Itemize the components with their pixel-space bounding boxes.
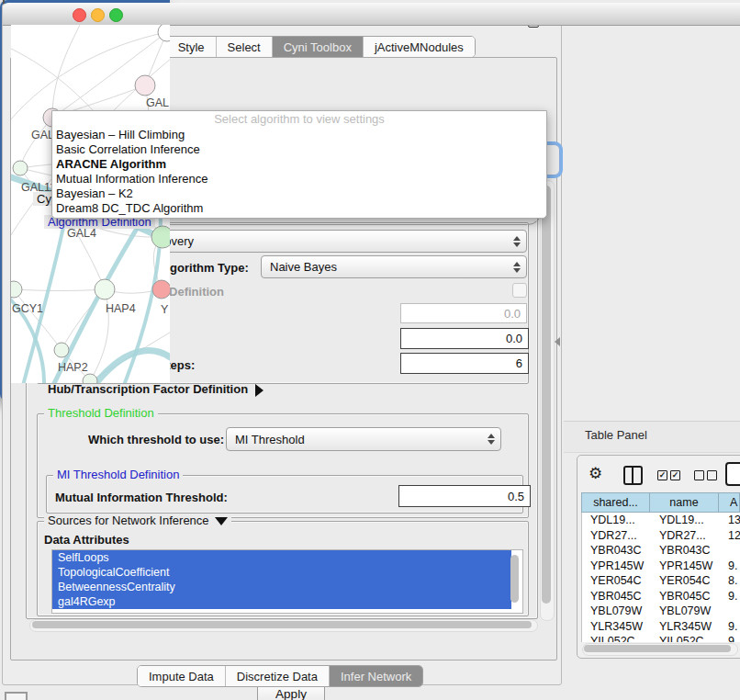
table-horizontal-scrollbar-thumb[interactable]: [584, 645, 731, 652]
tab-jactivemnodules[interactable]: jActiveMNodules: [364, 37, 475, 57]
network-node[interactable]: [54, 343, 69, 357]
table-cell[interactable]: 9.: [720, 635, 740, 642]
table-cell[interactable]: YDL19...: [582, 514, 651, 526]
table-row[interactable]: YLR345WYLR345W9.: [582, 619, 740, 635]
network-node[interactable]: [13, 161, 28, 175]
table-cell[interactable]: YBR045C: [651, 590, 720, 603]
stepper-arrows-icon: [512, 262, 521, 273]
table-cell[interactable]: YLR345W: [582, 620, 651, 633]
table-cell[interactable]: 9.: [720, 559, 740, 572]
hub-section-toggle[interactable]: Hub/Transcription Factor Definition: [48, 382, 263, 397]
settings-vertical-scrollbar-thumb[interactable]: [542, 186, 551, 604]
sources-toggle[interactable]: Sources for Network Inference: [44, 514, 231, 527]
attributes-list-scrollbar-thumb[interactable]: [510, 555, 519, 603]
network-window-titlebar[interactable]: [3, 3, 740, 26]
tab-infer-network[interactable]: Infer Network: [330, 666, 422, 686]
table-cell[interactable]: YER054C: [651, 574, 720, 587]
select-all-icon[interactable]: ✓: [657, 470, 667, 480]
table-cell[interactable]: YPR145W: [651, 559, 720, 572]
table-cell[interactable]: 9.: [720, 590, 740, 603]
which-threshold-combo[interactable]: MI Threshold: [226, 427, 501, 451]
dropdown-item[interactable]: Bayesian – Hill Climbing: [52, 128, 546, 142]
tab-discretize-data[interactable]: Discretize Data: [226, 666, 330, 686]
attribute-list-item[interactable]: SelfLoops: [52, 550, 511, 565]
table-cell[interactable]: YBR043C: [582, 544, 651, 557]
table-row[interactable]: YBR045CYBR045C9.: [582, 589, 740, 604]
table-cell[interactable]: YBR045C: [582, 590, 651, 603]
tab-impute-data[interactable]: Impute Data: [138, 666, 226, 686]
attribute-list-item[interactable]: gal4RGexp: [52, 594, 511, 609]
minimized-panel-button[interactable]: [5, 692, 28, 700]
mi-steps-field[interactable]: 6: [400, 353, 529, 374]
table-row[interactable]: YER054CYER054C8.: [582, 573, 740, 589]
table-cell[interactable]: YPR145W: [582, 559, 651, 572]
dropdown-item[interactable]: Basic Correlation Inference: [52, 142, 546, 157]
mi-threshold-field[interactable]: 0.5: [398, 485, 531, 507]
table-cell[interactable]: YDR27...: [582, 529, 651, 542]
split-columns-icon[interactable]: [623, 466, 643, 485]
function-icon[interactable]: [725, 462, 740, 486]
table-cell[interactable]: YIL052C: [651, 635, 720, 642]
table-cell[interactable]: 13: [720, 514, 740, 526]
network-node[interactable]: [151, 226, 170, 248]
close-button[interactable]: [73, 8, 86, 22]
mi-type-combo[interactable]: Naive Bayes: [261, 255, 527, 278]
tab-cyni-toolbox[interactable]: Cyni Toolbox: [273, 37, 364, 57]
column-header-partial[interactable]: A: [719, 492, 740, 513]
minimize-button[interactable]: [91, 8, 105, 22]
tab-style[interactable]: Style: [167, 37, 217, 57]
table-cell[interactable]: YDR27...: [651, 529, 720, 542]
network-node[interactable]: [152, 280, 170, 299]
table-cell[interactable]: YIL052C: [582, 635, 651, 642]
table-row[interactable]: YDR27...YDR27...12: [582, 528, 740, 544]
expanded-arrow-icon: [215, 517, 228, 525]
column-header-shared-name[interactable]: shared...: [581, 492, 650, 513]
dpi-tolerance-field[interactable]: 0.0: [400, 328, 529, 349]
apply-label: Apply: [275, 687, 307, 700]
table-row[interactable]: YDL19...YDL19...13: [582, 513, 740, 528]
table-cell[interactable]: 12: [720, 529, 740, 542]
column-header-name[interactable]: name: [650, 492, 719, 513]
table-cell[interactable]: YBR043C: [651, 544, 720, 557]
splitter-collapse-arrow[interactable]: [555, 337, 560, 346]
table-header-row: shared... name A: [581, 492, 740, 513]
network-node[interactable]: [158, 25, 170, 41]
attribute-list-item[interactable]: TopologicalCoefficient: [52, 565, 511, 580]
select-all-icon[interactable]: ✓: [670, 470, 680, 480]
dropdown-item[interactable]: Mutual Information Inference: [52, 172, 546, 186]
aracne-mode-combo[interactable]: Discovery: [132, 230, 527, 253]
dropdown-items: Bayesian – Hill ClimbingBasic Correlatio…: [52, 128, 546, 216]
cyni-mode-tabbar: Impute Data Discretize Data Infer Networ…: [137, 665, 423, 687]
table-cell[interactable]: YER054C: [582, 574, 651, 587]
table-cell[interactable]: YLR345W: [651, 620, 720, 633]
which-threshold-label: Which threshold to use:: [88, 433, 224, 446]
table-row[interactable]: YPR145WYPR145W9.: [582, 559, 740, 574]
tab-label: Select: [228, 40, 261, 54]
table-row[interactable]: YBL079WYBL079W: [582, 604, 740, 619]
table-cell[interactable]: YBL079W: [651, 604, 720, 617]
tab-select[interactable]: Select: [217, 37, 273, 57]
network-node[interactable]: [95, 279, 115, 299]
zoom-button[interactable]: [109, 8, 123, 22]
network-node[interactable]: [135, 75, 155, 96]
manual-kernel-checkbox[interactable]: [512, 283, 527, 298]
table-cell[interactable]: 8.: [720, 574, 740, 587]
network-node[interactable]: [11, 281, 22, 298]
collapsed-arrow-icon: [255, 384, 263, 397]
table-row[interactable]: YBR043CYBR043C: [582, 543, 740, 559]
deselect-all-icon[interactable]: [707, 470, 717, 480]
dropdown-item[interactable]: Dream8 DC_TDC Algorithm: [52, 201, 546, 216]
node-label: GAL4: [67, 227, 96, 240]
gear-icon[interactable]: ⚙: [589, 464, 602, 483]
table-row[interactable]: YIL052CYIL052C9.: [582, 634, 740, 642]
kernel-width-field[interactable]: 0.0: [400, 303, 527, 323]
dropdown-item[interactable]: Bayesian – K2: [52, 186, 546, 201]
dropdown-item[interactable]: ARACNE Algorithm: [52, 157, 546, 172]
attribute-list-item[interactable]: BetweennessCentrality: [52, 580, 511, 594]
data-attributes-list[interactable]: SelfLoopsTopologicalCoefficientBetweenne…: [51, 549, 523, 614]
deselect-all-icon[interactable]: [694, 470, 704, 480]
settings-horizontal-scrollbar-thumb[interactable]: [32, 621, 532, 628]
table-cell[interactable]: YDL19...: [651, 514, 720, 526]
table-cell[interactable]: YBL079W: [582, 604, 651, 617]
table-cell[interactable]: 9.: [720, 620, 740, 633]
